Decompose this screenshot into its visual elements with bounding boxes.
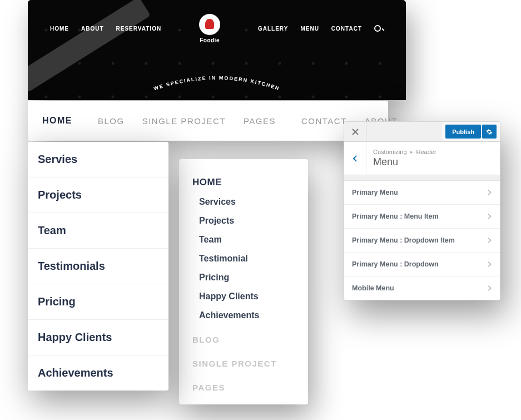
hero-tagline: WE SPECIALIZE IN MODERN KITCHEN — [128, 73, 306, 100]
dropdown-item[interactable]: Pricing — [28, 284, 168, 320]
row-label: Primary Menu : Dropdown — [352, 260, 439, 268]
dropdown-sublist: Services Projects Team Testimonial Prici… — [192, 197, 295, 320]
row-label: Mobile Menu — [352, 284, 394, 292]
publish-controls: Publish — [442, 122, 500, 141]
menu-item-pages[interactable]: PAGES — [235, 116, 285, 126]
site-hero: HOME ABOUT RESERVATION Foodie GALLERY ME… — [28, 0, 406, 100]
home-dropdown: Servies Projects Team Testimonials Prici… — [28, 142, 168, 391]
chevron-right-icon — [487, 190, 492, 195]
row-label: Primary Menu — [352, 189, 398, 196]
brand-name: Foodie — [199, 37, 220, 43]
row-label: Primary Menu : Dropdown Item — [352, 236, 455, 244]
hero-navbar: HOME ABOUT RESERVATION Foodie GALLERY ME… — [28, 0, 406, 43]
dropdown-item[interactable]: Testimonials — [28, 249, 168, 284]
customizer-row[interactable]: Mobile Menu — [344, 276, 500, 300]
dropdown-item[interactable]: Happy Clients — [28, 320, 168, 355]
dropdown-subitem[interactable]: Testimonial — [199, 254, 295, 264]
svg-text:WE SPECIALIZE IN MODERN KITCHE: WE SPECIALIZE IN MODERN KITCHEN — [153, 75, 280, 91]
main-menu-bar: HOME BLOG SINGLE PROJECT PAGES CONTACT A… — [28, 101, 388, 141]
customizer-breadcrumb: Customizing ▸ Header Menu — [344, 142, 500, 175]
dropdown-item[interactable]: Servies — [28, 142, 168, 177]
chevron-right-icon — [487, 261, 492, 267]
wp-customizer-panel: Publish Customizing ▸ Header Menu Primar… — [344, 121, 500, 300]
chevron-right-icon — [487, 214, 492, 219]
customizer-row[interactable]: Primary Menu : Menu Item — [344, 205, 500, 229]
hero-link[interactable]: MENU — [300, 26, 319, 32]
hero-nav-left: HOME ABOUT RESERVATION — [50, 26, 161, 32]
hero-link[interactable]: GALLERY — [258, 26, 288, 32]
breadcrumb-path: Customizing ▸ Header — [373, 149, 436, 155]
mobile-home-dropdown: HOME Services Projects Team Testimonial … — [179, 159, 308, 404]
dropdown-subitem[interactable]: Projects — [199, 216, 295, 226]
hero-nav-right: GALLERY MENU CONTACT — [258, 25, 384, 33]
dropdown-item[interactable]: Projects — [28, 177, 168, 213]
close-icon[interactable] — [344, 122, 366, 141]
customizer-row[interactable]: Primary Menu : Dropdown — [344, 253, 500, 276]
back-button[interactable] — [344, 142, 366, 175]
dropdown-subitem[interactable]: Achievements — [199, 310, 295, 320]
row-label: Primary Menu : Menu Item — [352, 213, 439, 220]
breadcrumb-section: Header — [416, 149, 436, 155]
chevron-right-icon: ▸ — [410, 149, 413, 155]
dropdown-subitem[interactable]: Services — [199, 197, 295, 207]
chevron-right-icon — [487, 285, 492, 291]
dropdown-heading-muted[interactable]: BLOG — [192, 335, 295, 344]
hero-link[interactable]: ABOUT — [81, 26, 104, 32]
dropdown-heading-muted[interactable]: PAGES — [192, 383, 295, 392]
publish-button[interactable]: Publish — [445, 125, 481, 139]
dropdown-subitem[interactable]: Team — [199, 235, 295, 245]
chef-hat-icon — [199, 14, 220, 35]
menu-item-single-project[interactable]: SINGLE PROJECT — [133, 116, 235, 126]
hero-link[interactable]: HOME — [50, 26, 69, 32]
panel-title: Menu — [373, 156, 436, 168]
hero-link[interactable]: RESERVATION — [116, 26, 162, 32]
hero-link[interactable]: CONTACT — [331, 26, 362, 32]
dropdown-item[interactable]: Team — [28, 213, 168, 249]
customizer-row[interactable]: Primary Menu — [344, 181, 500, 205]
menu-item-blog[interactable]: BLOG — [89, 116, 133, 126]
search-icon[interactable] — [374, 25, 384, 33]
dropdown-subitem[interactable]: Pricing — [199, 273, 295, 283]
dropdown-item[interactable]: Achievements — [28, 355, 168, 391]
dropdown-heading[interactable]: HOME — [192, 177, 295, 188]
breadcrumb-root: Customizing — [373, 149, 407, 155]
customizer-row[interactable]: Primary Menu : Dropdown Item — [344, 229, 500, 253]
dropdown-subitem[interactable]: Happy Clients — [199, 291, 295, 302]
brand-logo[interactable]: Foodie — [199, 14, 220, 43]
chevron-right-icon — [487, 238, 492, 243]
customizer-sections: Primary Menu Primary Menu : Menu Item Pr… — [344, 181, 500, 300]
menu-item-home[interactable]: HOME — [33, 116, 81, 126]
dropdown-heading-muted[interactable]: SINGLE PROJECT — [192, 359, 295, 368]
customizer-topbar: Publish — [344, 122, 500, 142]
gear-icon[interactable] — [482, 125, 497, 139]
panel-spacer — [344, 175, 500, 181]
